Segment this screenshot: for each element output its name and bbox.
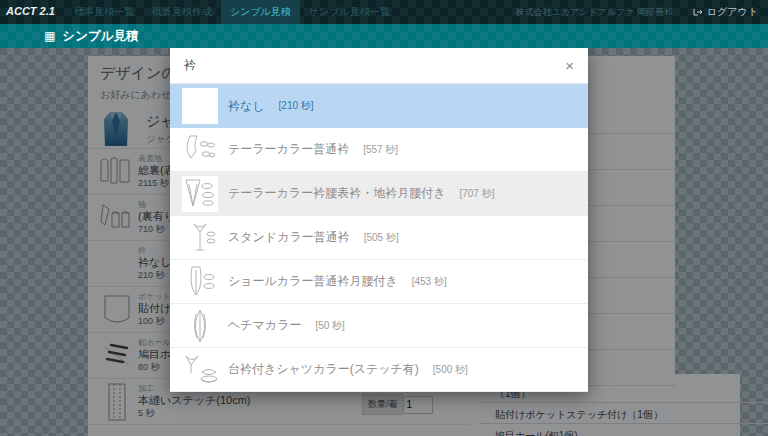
collar-shawl-thumbnail: [182, 264, 218, 300]
collar-tailored-thumbnail: [182, 132, 218, 168]
collar-hechima-thumbnail: [182, 308, 218, 344]
collar-none-thumbnail: [182, 88, 218, 124]
collar-option-seconds: [505 秒]: [364, 231, 399, 245]
topnav-spacer: [399, 0, 516, 24]
nav-item-simple-estimate[interactable]: シンプル見積: [221, 0, 300, 24]
collar-option-seconds: [210 秒]: [279, 99, 314, 113]
nav-item-sample-estimates[interactable]: サンプル見積一覧: [300, 0, 399, 24]
close-icon[interactable]: ×: [565, 58, 574, 73]
collar-option-label: スタンドカラー普通衿: [228, 229, 350, 246]
collar-picker-modal: 衿 × 衿なし [210 秒] テーラーカラー普通衿 [557 秒]: [170, 48, 588, 392]
collar-option-no-collar[interactable]: 衿なし [210 秒]: [170, 84, 588, 128]
grid-icon: ▦: [44, 29, 55, 43]
collar-option-tailored[interactable]: テーラーカラー普通衿 [557 秒]: [170, 128, 588, 172]
collar-option-label: テーラーカラー衿腰表衿・地衿月腰付き: [228, 185, 445, 202]
collar-stand-thumbnail: [182, 220, 218, 256]
collar-option-label: テーラーカラー普通衿: [228, 141, 349, 158]
collar-option-label: 衿なし: [228, 98, 265, 115]
app-root: ACCT 2.1 標準見積一覧 概算見積作成 シンプル見積 サンプル見積一覧 株…: [0, 0, 768, 436]
company-user-label: 株式会社ユカアンドアルファ 岡部善和: [515, 0, 672, 24]
collar-option-label: 台衿付きシャツカラー(ステッチ有): [228, 361, 419, 378]
page-header-title: シンプル見積: [62, 28, 138, 45]
collar-option-tailored-undercollar[interactable]: テーラーカラー衿腰表衿・地衿月腰付き [707 秒]: [170, 172, 588, 216]
collar-option-seconds: [500 秒]: [433, 363, 468, 377]
collar-option-shirt[interactable]: 台衿付きシャツカラー(ステッチ有) [500 秒]: [170, 348, 588, 392]
modal-title: 衿: [184, 57, 196, 74]
logout-icon: [693, 7, 703, 17]
collar-option-shawl[interactable]: ショールカラー普通衿月腰付き [453 秒]: [170, 260, 588, 304]
nav-item-standard-estimates[interactable]: 標準見積一覧: [65, 0, 143, 24]
collar-option-seconds: [50 秒]: [315, 319, 344, 333]
nav-item-rough-estimate-create[interactable]: 概算見積作成: [143, 0, 221, 24]
app-logo: ACCT 2.1: [0, 0, 65, 24]
modal-header: 衿 ×: [170, 48, 588, 84]
collar-option-label: ショールカラー普通衿月腰付き: [228, 273, 398, 290]
collar-option-list: 衿なし [210 秒] テーラーカラー普通衿 [557 秒]: [170, 84, 588, 392]
collar-option-seconds: [707 秒]: [459, 187, 494, 201]
collar-option-seconds: [453 秒]: [412, 275, 447, 289]
collar-shirt-thumbnail: [182, 352, 218, 388]
collar-option-hechima[interactable]: ヘチマカラー [50 秒]: [170, 304, 588, 348]
top-navigation-bar: ACCT 2.1 標準見積一覧 概算見積作成 シンプル見積 サンプル見積一覧 株…: [0, 0, 768, 24]
logout-label: ログアウト: [707, 5, 758, 19]
collar-tailored-undercollar-thumbnail: [182, 176, 218, 212]
page-header-bar: ▦ シンプル見積: [0, 24, 768, 48]
collar-option-label: ヘチマカラー: [228, 317, 301, 334]
logout-button[interactable]: ログアウト: [687, 0, 768, 24]
collar-option-stand[interactable]: スタンドカラー普通衿 [505 秒]: [170, 216, 588, 260]
collar-option-seconds: [557 秒]: [363, 143, 398, 157]
